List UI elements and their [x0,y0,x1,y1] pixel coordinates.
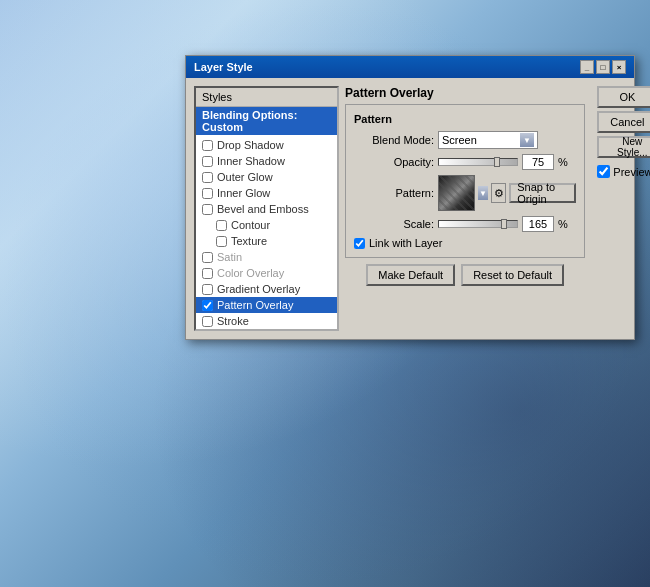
link-with-layer-checkbox[interactable] [354,238,365,249]
pattern-label: Pattern: [354,187,434,199]
stroke-item[interactable]: Stroke [196,313,337,329]
satin-checkbox[interactable] [202,252,213,263]
dialog-title: Layer Style [194,61,253,73]
texture-checkbox[interactable] [216,236,227,247]
scale-unit: % [558,218,568,230]
bevel-emboss-checkbox[interactable] [202,204,213,215]
pattern-overlay-checkbox[interactable] [202,300,213,311]
gradient-overlay-checkbox[interactable] [202,284,213,295]
pattern-row: Pattern: ▼ ⚙ Snap to Origin [354,175,576,211]
pattern-overlay-label: Pattern Overlay [217,299,293,311]
opacity-label: Opacity: [354,156,434,168]
title-bar-buttons: _ □ × [580,60,626,74]
opacity-slider-container: 75 % [438,154,568,170]
texture-item[interactable]: Texture [196,233,337,249]
color-overlay-checkbox[interactable] [202,268,213,279]
preview-row: Preview [597,165,650,178]
stroke-label: Stroke [217,315,249,327]
dialog-body: Styles Blending Options: Custom Drop Sha… [186,78,634,339]
contour-checkbox[interactable] [216,220,227,231]
maximize-button[interactable]: □ [596,60,610,74]
cancel-button[interactable]: Cancel [597,111,650,133]
color-overlay-label: Color Overlay [217,267,284,279]
new-style-button[interactable]: New Style... [597,136,650,158]
link-with-layer-label: Link with Layer [369,237,442,249]
opacity-unit: % [558,156,568,168]
scale-value[interactable]: 165 [522,216,554,232]
minimize-button[interactable]: _ [580,60,594,74]
reset-default-button[interactable]: Reset to Default [461,264,564,286]
drop-shadow-item[interactable]: Drop Shadow [196,137,337,153]
opacity-slider-track[interactable] [438,158,518,166]
scale-slider-thumb[interactable] [501,219,507,229]
drop-shadow-checkbox[interactable] [202,140,213,151]
dialog-main: Styles Blending Options: Custom Drop Sha… [194,86,585,331]
satin-label: Satin [217,251,242,263]
left-panel: Styles Blending Options: Custom Drop Sha… [194,86,339,331]
blend-mode-dropdown[interactable]: Screen ▼ [438,131,538,149]
blend-mode-label: Blend Mode: [354,134,434,146]
ok-button[interactable]: OK [597,86,650,108]
opacity-row: Opacity: 75 % [354,154,576,170]
bevel-emboss-label: Bevel and Emboss [217,203,309,215]
preview-checkbox[interactable] [597,165,610,178]
opacity-value[interactable]: 75 [522,154,554,170]
pattern-overlay-item[interactable]: Pattern Overlay [196,297,337,313]
scale-row: Scale: 165 % [354,216,576,232]
blend-mode-value: Screen [442,134,520,146]
stroke-checkbox[interactable] [202,316,213,327]
contour-label: Contour [231,219,270,231]
opacity-slider-thumb[interactable] [494,157,500,167]
outer-glow-checkbox[interactable] [202,172,213,183]
inner-shadow-item[interactable]: Inner Shadow [196,153,337,169]
scale-label: Scale: [354,218,434,230]
inner-shadow-label: Inner Shadow [217,155,285,167]
contour-item[interactable]: Contour [196,217,337,233]
section-title: Pattern Overlay [345,86,585,100]
inner-glow-item[interactable]: Inner Glow [196,185,337,201]
pattern-subsection: Pattern Blend Mode: Screen ▼ Opacity: [345,104,585,258]
snap-to-origin-button[interactable]: Snap to Origin [509,183,576,203]
inner-glow-checkbox[interactable] [202,188,213,199]
satin-item[interactable]: Satin [196,249,337,265]
pattern-dropdown-arrow-icon[interactable]: ▼ [478,186,488,200]
preview-label: Preview [613,166,650,178]
inner-glow-label: Inner Glow [217,187,270,199]
scale-slider-container: 165 % [438,216,568,232]
pattern-options-button[interactable]: ⚙ [491,183,506,203]
subsection-title: Pattern [354,113,576,125]
close-button[interactable]: × [612,60,626,74]
dialog-action-buttons: OK Cancel New Style... Preview [593,86,650,331]
layer-style-dialog: Layer Style _ □ × Styles Blending Option… [185,55,635,340]
blending-options-label: Blending Options: Custom [202,109,331,133]
outer-glow-item[interactable]: Outer Glow [196,169,337,185]
blend-mode-arrow-icon: ▼ [520,133,534,147]
gradient-overlay-label: Gradient Overlay [217,283,300,295]
link-row: Link with Layer [354,237,576,249]
bottom-buttons: Make Default Reset to Default [345,264,585,286]
styles-header: Styles [196,88,337,107]
scale-slider-track[interactable] [438,220,518,228]
make-default-button[interactable]: Make Default [366,264,455,286]
pattern-selector-row: ▼ ⚙ Snap to Origin [438,175,576,211]
right-panel: Pattern Overlay Pattern Blend Mode: Scre… [345,86,585,331]
color-overlay-item[interactable]: Color Overlay [196,265,337,281]
outer-glow-label: Outer Glow [217,171,273,183]
blend-mode-row: Blend Mode: Screen ▼ [354,131,576,149]
bevel-emboss-item[interactable]: Bevel and Emboss [196,201,337,217]
title-bar: Layer Style _ □ × [186,56,634,78]
inner-shadow-checkbox[interactable] [202,156,213,167]
drop-shadow-label: Drop Shadow [217,139,284,151]
blending-options-item[interactable]: Blending Options: Custom [196,107,337,135]
texture-label: Texture [231,235,267,247]
gradient-overlay-item[interactable]: Gradient Overlay [196,281,337,297]
pattern-preview[interactable] [438,175,475,211]
